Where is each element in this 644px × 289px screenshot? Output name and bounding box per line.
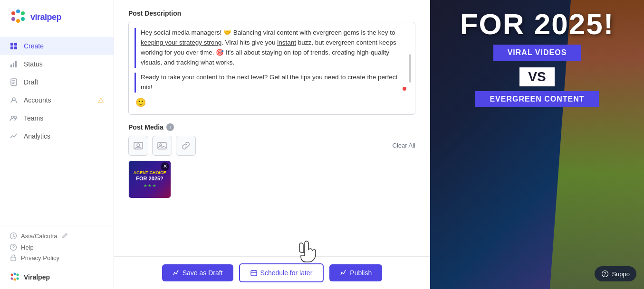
logo-text: viralpep	[30, 12, 61, 22]
publish-label: Publish	[350, 269, 372, 277]
sidebar-item-status[interactable]: Status	[0, 55, 114, 73]
main-nav: Create Status Draft Accounts ⚠ Teams	[0, 33, 114, 226]
clock-icon	[10, 232, 17, 240]
svg-point-35	[160, 144, 162, 146]
sidebar-item-label-accounts: Accounts	[24, 96, 51, 104]
image-icon	[157, 140, 167, 151]
editor-area: Post Description Hey social media manage…	[114, 0, 430, 289]
svg-text:?: ?	[604, 271, 606, 277]
save-draft-icon	[173, 270, 179, 276]
teams-icon	[10, 114, 18, 122]
brand-area: Viralpep	[0, 267, 114, 289]
support-button[interactable]: ? Suppo	[595, 266, 636, 281]
post-media-label: Post Media	[128, 123, 163, 131]
sidebar-item-label-create: Create	[24, 42, 44, 50]
svg-point-1	[16, 9, 20, 13]
support-label: Suppo	[612, 270, 630, 278]
save-draft-label: Save as Draft	[183, 269, 223, 277]
groot-silhouette	[539, 0, 644, 289]
scroll-bar[interactable]	[409, 54, 411, 83]
post-description-box[interactable]: Hey social media managers! 🤝 Balancing v…	[128, 22, 415, 115]
create-icon	[10, 42, 18, 50]
status-icon	[10, 60, 18, 68]
svg-rect-6	[10, 43, 13, 46]
text-indicator-dot	[403, 87, 406, 91]
svg-point-2	[21, 11, 25, 15]
media-icons-row: Clear All	[128, 136, 415, 156]
media-label-row: Post Media i	[128, 123, 415, 131]
vs-badge: VS	[519, 67, 554, 86]
svg-rect-7	[14, 43, 17, 46]
preview-title: FOR 2025!	[460, 9, 615, 39]
sidebar-item-label-teams: Teams	[24, 114, 43, 122]
draft-icon	[10, 78, 18, 86]
post-description-label: Post Description	[128, 9, 415, 17]
svg-point-28	[17, 274, 19, 276]
support-icon: ?	[601, 270, 609, 278]
svg-line-22	[13, 236, 15, 237]
help-link[interactable]: ? Help	[10, 243, 104, 251]
svg-rect-25	[11, 257, 16, 261]
sidebar-item-label-analytics: Analytics	[24, 132, 50, 140]
save-draft-button[interactable]: Save as Draft	[162, 264, 233, 281]
schedule-icon	[250, 270, 257, 276]
sidebar-item-label-draft: Draft	[24, 78, 38, 86]
svg-point-19	[14, 116, 17, 119]
timezone-label: Asia/Calcutta	[21, 233, 58, 240]
emoji-bar: 🙂	[135, 93, 409, 109]
add-image-btn[interactable]	[152, 136, 172, 156]
svg-rect-12	[15, 61, 17, 67]
accounts-warning-icon: ⚠	[98, 96, 104, 104]
svg-point-4	[16, 19, 20, 23]
add-user-media-btn[interactable]	[128, 136, 148, 156]
sidebar: viralpep Create Status Draft Accounts	[0, 0, 114, 289]
svg-point-3	[11, 17, 15, 21]
media-info-icon[interactable]: i	[166, 123, 174, 131]
thumbnail-close-button[interactable]: ✕	[161, 162, 169, 171]
sidebar-item-teams[interactable]: Teams	[0, 109, 114, 127]
svg-rect-10	[10, 65, 12, 67]
schedule-label: Schedule for later	[260, 269, 313, 277]
emoji-button[interactable]: 🙂	[135, 96, 147, 109]
viral-videos-badge: VIRAL VIDEOS	[493, 45, 581, 61]
sidebar-item-label-status: Status	[24, 60, 43, 68]
svg-point-31	[17, 278, 19, 280]
evergreen-badge: EVERGREEN CONTENT	[475, 91, 598, 107]
sidebar-footer: Asia/Calcutta ? Help Privacy Policy	[0, 226, 114, 267]
timezone-area[interactable]: Asia/Calcutta	[10, 232, 104, 240]
svg-rect-36	[251, 270, 257, 276]
svg-point-18	[11, 116, 14, 119]
svg-point-33	[137, 144, 140, 147]
publish-button[interactable]: Publish	[329, 264, 382, 281]
privacy-icon	[10, 254, 17, 261]
svg-text:?: ?	[12, 245, 15, 250]
sidebar-item-accounts[interactable]: Accounts ⚠	[0, 91, 114, 109]
main-content: Post Description Hey social media manage…	[114, 0, 430, 289]
brand-name: Viralpep	[24, 273, 50, 281]
accounts-icon	[10, 96, 18, 104]
edit-timezone-icon[interactable]	[61, 233, 68, 239]
privacy-link[interactable]: Privacy Policy	[10, 254, 104, 261]
svg-point-29	[11, 278, 13, 280]
viralpep-logo-icon	[10, 9, 27, 26]
publish-icon	[340, 270, 346, 276]
add-link-btn[interactable]	[176, 136, 196, 156]
post-media-section: Post Media i	[128, 123, 415, 198]
sidebar-item-create[interactable]: Create	[0, 37, 114, 55]
sidebar-item-draft[interactable]: Draft	[0, 73, 114, 91]
post-text-block-2: Ready to take your content to the next l…	[135, 73, 409, 93]
link-icon	[181, 140, 191, 151]
svg-point-26	[11, 274, 13, 276]
sidebar-item-analytics[interactable]: Analytics	[0, 127, 114, 145]
bottom-actions: Save as Draft Schedule for later Publish	[114, 256, 430, 289]
brand-logo-small	[10, 272, 20, 282]
help-label: Help	[21, 244, 34, 251]
clear-all-button[interactable]: Clear All	[393, 142, 415, 149]
preview-panel: FOR 2025! VIRAL VIDEOS VS EVERGREEN CONT…	[430, 0, 644, 289]
preview-image: FOR 2025! VIRAL VIDEOS VS EVERGREEN CONT…	[430, 0, 644, 289]
post-text-block-1: Hey social media managers! 🤝 Balancing v…	[135, 28, 409, 68]
help-icon: ?	[10, 243, 17, 251]
privacy-label: Privacy Policy	[21, 254, 59, 261]
schedule-button[interactable]: Schedule for later	[239, 263, 324, 282]
svg-rect-8	[10, 47, 13, 49]
